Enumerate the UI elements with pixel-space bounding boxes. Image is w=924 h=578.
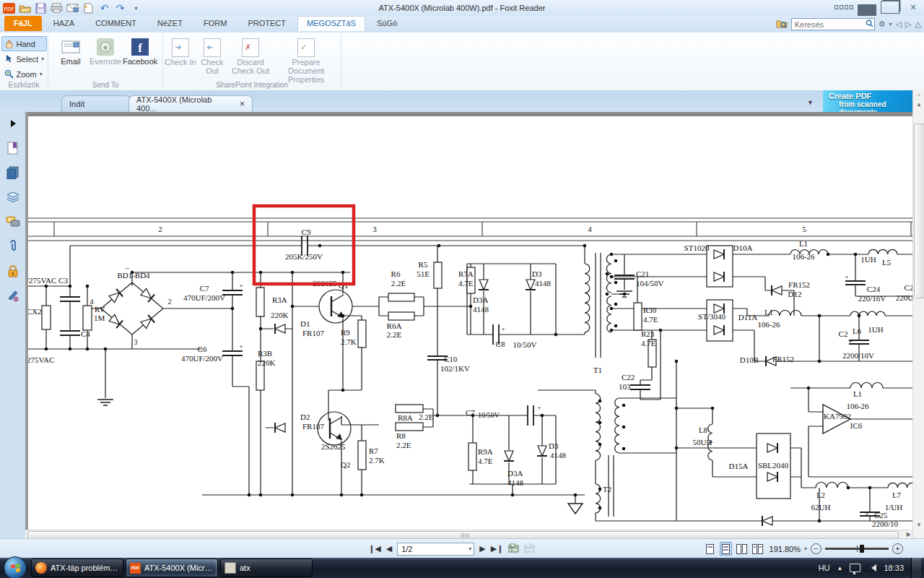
- search-input[interactable]: [791, 18, 875, 30]
- qat-more-icon[interactable]: ▾: [129, 2, 143, 14]
- scroll-up-arrow-icon[interactable]: ▲: [913, 100, 924, 109]
- security-lock-icon[interactable]: [6, 264, 20, 278]
- schematic-label: 470UF/200V: [181, 354, 223, 363]
- hidden-icons-arrow-icon[interactable]: ▲: [837, 565, 843, 571]
- discard-check-out-button[interactable]: ✗ Discard Check Out: [228, 35, 273, 80]
- network-icon[interactable]: [850, 564, 860, 572]
- clipboard-icon[interactable]: [524, 543, 535, 554]
- check-in-button[interactable]: ➜ Check In: [165, 35, 196, 80]
- prepare-document-properties-label: Prepare Document Properties: [273, 58, 339, 84]
- attachments-paperclip-icon[interactable]: [6, 239, 20, 254]
- minimize-button[interactable]: [858, 1, 876, 13]
- vertical-scrollbar-thumb[interactable]: [914, 124, 924, 298]
- tab-protect[interactable]: PROTECT: [238, 16, 295, 31]
- next-page-button[interactable]: ▶: [479, 544, 485, 553]
- facing-view-icon[interactable]: [736, 542, 748, 556]
- restore-button[interactable]: [881, 1, 899, 13]
- zoom-preset-caret-icon[interactable]: ▾: [804, 545, 807, 552]
- find-previous-icon[interactable]: ◁: [896, 20, 902, 29]
- close-button[interactable]: ×: [904, 1, 923, 13]
- check-in-label: Check In: [165, 58, 196, 66]
- tab-comment[interactable]: COMMENT: [86, 16, 146, 31]
- zoom-slider[interactable]: [825, 548, 889, 550]
- zoom-tool-button[interactable]: Zoom▾: [1, 66, 47, 82]
- tab-home[interactable]: HAZA: [44, 16, 84, 31]
- expand-panel-arrow-icon[interactable]: [6, 116, 20, 131]
- schematic-label: 3: [134, 338, 138, 346]
- zoom-slider-thumb[interactable]: [860, 545, 864, 553]
- scroll-down-arrow-icon[interactable]: ▼: [913, 520, 924, 530]
- check-out-button[interactable]: ➜ Check Out: [196, 35, 228, 80]
- digital-signature-icon[interactable]: [6, 288, 20, 303]
- banner-line1: Create PDF: [829, 92, 924, 100]
- vertical-scrollbar[interactable]: ÷ ▲ ▼: [912, 90, 924, 538]
- tab-view[interactable]: NéZET: [148, 16, 192, 31]
- search-folder-icon[interactable]: [776, 19, 788, 30]
- prepare-document-properties-button[interactable]: ✓ Prepare Document Properties: [273, 35, 339, 80]
- foxit-logo-icon[interactable]: PDF: [2, 2, 16, 14]
- document-tab-bar: Indít ATX-5400X (Microlab 400... × ▼ Cre…: [0, 90, 924, 112]
- tab-file[interactable]: FáJL: [4, 16, 42, 31]
- schematic-label: 2: [168, 298, 172, 306]
- speaker-icon[interactable]: [868, 564, 876, 571]
- schematic-label: C7: [200, 284, 209, 293]
- schematic-label: C10: [444, 355, 458, 363]
- search-settings-gear-icon[interactable]: ⚙: [879, 20, 886, 29]
- taskbar-item-firefox[interactable]: ATX-táp problémák, ...: [31, 558, 123, 577]
- zoom-out-button[interactable]: −: [811, 543, 821, 554]
- tab-form[interactable]: FORM: [194, 16, 236, 31]
- doc-tab-active[interactable]: ATX-5400X (Microlab 400... ×: [128, 95, 253, 112]
- switch-ui-icon[interactable]: [834, 1, 853, 13]
- continuous-facing-view-icon[interactable]: [751, 542, 764, 556]
- split-view-handle-icon[interactable]: ÷: [913, 90, 924, 100]
- zoom-in-button[interactable]: +: [892, 543, 903, 554]
- schematic-components: [42, 236, 912, 526]
- schematic-label: +: [865, 510, 868, 517]
- banner-line2: from scanned documents: [839, 100, 924, 112]
- print-icon[interactable]: [50, 2, 64, 14]
- scroll-right-arrow-icon[interactable]: ▶: [907, 531, 911, 538]
- taskbar-item-foxit[interactable]: PDF ATX-5400X (Microla...: [126, 558, 218, 577]
- email-icon[interactable]: [66, 2, 79, 14]
- doc-tab-start[interactable]: Indít: [61, 95, 131, 112]
- create-pdf-ad-banner[interactable]: Create PDF from scanned documents: [823, 90, 924, 112]
- single-page-view-icon[interactable]: [704, 542, 716, 556]
- tab-share[interactable]: MEGOSZTáS: [297, 16, 365, 31]
- comments-icon[interactable]: [6, 215, 20, 229]
- schematic-label: R3B: [258, 349, 272, 358]
- email-button[interactable]: Email: [53, 35, 88, 80]
- bookmarks-icon[interactable]: [6, 141, 20, 155]
- collapse-ribbon-icon[interactable]: △: [915, 20, 921, 29]
- last-page-button[interactable]: ▶❙: [491, 544, 504, 553]
- page-number-combo[interactable]: 1/2 ▾: [397, 543, 474, 556]
- new-document-icon[interactable]: [82, 2, 95, 14]
- pages-thumbnails-icon[interactable]: [6, 165, 20, 180]
- schematic-label: 4148: [473, 305, 489, 314]
- schematic-label: KA7902: [824, 412, 851, 420]
- doc-tab-list-caret-icon[interactable]: ▼: [807, 99, 814, 106]
- taskbar-item-atx[interactable]: atx: [220, 558, 313, 577]
- clock[interactable]: 18:33: [884, 564, 904, 572]
- previous-page-button[interactable]: ◀: [386, 544, 392, 553]
- language-indicator[interactable]: HU: [819, 564, 830, 572]
- first-page-button[interactable]: ❙◀: [368, 544, 381, 553]
- find-next-icon[interactable]: ▷: [905, 20, 911, 29]
- start-button[interactable]: [4, 556, 27, 578]
- document-canvas[interactable]: 2345C9205K/250V/275VAC C3CX2RV1MC4275VAC…: [25, 112, 912, 530]
- search-settings-caret-icon[interactable]: ▾: [889, 21, 892, 27]
- open-folder-icon[interactable]: [18, 2, 32, 14]
- continuous-view-icon[interactable]: [720, 542, 732, 556]
- save-icon[interactable]: [34, 2, 48, 14]
- evernote-button[interactable]: Evernote: [88, 35, 123, 80]
- select-tool-button[interactable]: Select▾: [1, 51, 47, 66]
- layers-icon[interactable]: [6, 190, 20, 204]
- tab-help[interactable]: SúGó: [367, 16, 406, 31]
- show-desktop-button[interactable]: [911, 558, 921, 578]
- redo-icon[interactable]: ↷: [113, 2, 127, 14]
- facebook-button[interactable]: f Facebook: [123, 35, 157, 80]
- schematic-label: 220U: [896, 293, 912, 302]
- hand-tool-button[interactable]: Hand: [1, 36, 47, 51]
- doc-tab-close-icon[interactable]: ×: [240, 99, 245, 109]
- snapshot-icon[interactable]: [508, 543, 519, 554]
- undo-icon[interactable]: ↶: [97, 2, 111, 14]
